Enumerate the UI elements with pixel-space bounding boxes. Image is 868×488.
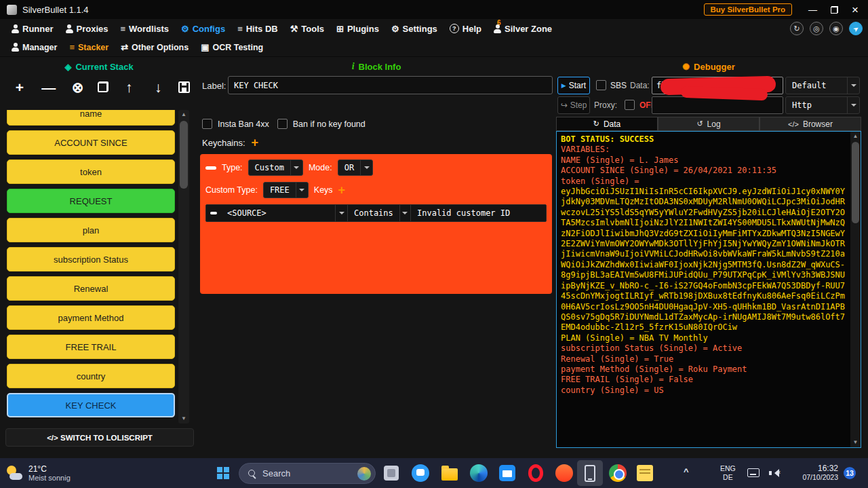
taskbar-search[interactable]: Search: [239, 463, 376, 484]
menu-item-proxies[interactable]: Proxies: [60, 19, 115, 38]
ban-no-key-checkbox[interactable]: [277, 119, 288, 129]
taskbar-app-notes[interactable]: [632, 460, 658, 486]
scroll-down-icon[interactable]: ▼: [178, 414, 189, 424]
history-icon[interactable]: ↻: [790, 22, 804, 35]
clear-stack-icon[interactable]: ⊗: [69, 80, 87, 94]
telegram-icon[interactable]: ➤: [849, 22, 863, 35]
notification-badge[interactable]: 13: [844, 467, 856, 479]
move-down-icon[interactable]: ↓: [149, 80, 167, 94]
menu-item-wordlists[interactable]: ≡Wordlists: [114, 19, 175, 38]
tab-browser[interactable]: </>Browser: [760, 117, 861, 131]
tab-log[interactable]: ↺Log: [658, 117, 760, 131]
menu-item-hits-db[interactable]: ≡Hits DB: [231, 19, 284, 38]
taskbar-app-snip[interactable]: [378, 460, 404, 486]
key-source-dropdown[interactable]: <SOURCE>: [221, 205, 347, 221]
stack-block-name[interactable]: name: [7, 110, 175, 126]
submenu-item-ocr-testing[interactable]: ▣OCR Testing: [195, 38, 269, 56]
device-icon: [585, 465, 595, 482]
remove-block-icon[interactable]: —: [40, 80, 58, 94]
taskbar-app-edge[interactable]: [466, 460, 492, 486]
taskbar-app-opera[interactable]: [523, 460, 549, 486]
submenu-item-other-options[interactable]: ⇄Other Options: [115, 38, 195, 56]
stack-block-renewal[interactable]: Renewal: [7, 276, 175, 301]
touch-keyboard-icon[interactable]: [747, 468, 760, 477]
insta-ban-option: Insta Ban 4xx: [202, 119, 269, 129]
scroll-thumb[interactable]: [180, 121, 188, 189]
taskbar-app-chrome[interactable]: [605, 460, 631, 486]
taskbar-app-active[interactable]: [577, 460, 603, 486]
taskbar-app-explorer[interactable]: [437, 460, 462, 486]
scroll-up-icon[interactable]: ▲: [178, 110, 189, 119]
drag-handle-icon[interactable]: [205, 166, 216, 170]
taskbar-app-chat[interactable]: [408, 460, 433, 486]
duplicate-block-icon[interactable]: [98, 81, 108, 92]
tray-chevron-icon[interactable]: ^: [684, 466, 689, 476]
stack-block-plan[interactable]: plan: [7, 218, 175, 242]
settings-icon: ⚙: [391, 24, 399, 33]
key-drag-cell[interactable]: [206, 212, 221, 214]
restore-icon[interactable]: [831, 6, 838, 14]
scroll-up-icon[interactable]: ▲: [850, 132, 861, 141]
key-row: <SOURCE> Contains: [205, 204, 547, 222]
tab-data[interactable]: ↻Data: [556, 117, 658, 131]
menu-item-settings[interactable]: ⚙Settings: [385, 19, 443, 38]
menu-item-configs[interactable]: ⚙Configs: [175, 19, 231, 38]
sbs-checkbox[interactable]: [596, 80, 606, 90]
menu-item-help[interactable]: ?Help: [443, 19, 488, 38]
stack-block-account-since[interactable]: ACCOUNT SINCE: [7, 130, 175, 155]
taskbar-app-brave[interactable]: [551, 460, 577, 486]
start-button[interactable]: [217, 467, 229, 479]
play-icon: ▶: [561, 82, 566, 89]
record-icon[interactable]: ◉: [829, 22, 843, 35]
language-switcher[interactable]: ENG DE: [720, 464, 736, 482]
proxy-checkbox[interactable]: [625, 100, 635, 110]
minimize-icon[interactable]: —: [808, 5, 817, 15]
add-key-icon[interactable]: +: [338, 184, 346, 196]
sbs-label: SBS: [610, 81, 627, 90]
keychain-type-dropdown[interactable]: Custom: [248, 159, 303, 176]
log-scrollbar[interactable]: ▲ ▼: [850, 132, 861, 447]
add-block-icon[interactable]: +: [11, 80, 28, 94]
start-button[interactable]: ▶Start: [557, 77, 590, 94]
custom-type-dropdown[interactable]: FREE: [263, 182, 309, 198]
switch-to-loliscript-button[interactable]: </> SWITCH TO LOLISCRIPT: [5, 428, 194, 447]
key-comparer-dropdown[interactable]: Contains: [348, 205, 410, 221]
stack-block-payment-method[interactable]: payment Method: [7, 305, 175, 330]
menu-item-plugins[interactable]: ⊞Plugins: [330, 19, 385, 38]
search-icon: [248, 469, 257, 478]
wordlist-type-dropdown[interactable]: Default: [785, 77, 860, 94]
menu-item-tools[interactable]: ⚒Tools: [284, 19, 330, 38]
move-up-icon[interactable]: ↑: [120, 80, 138, 94]
add-keychain-icon[interactable]: +: [252, 136, 259, 149]
taskbar-clock[interactable]: 16:32 07/10/2023: [784, 464, 838, 481]
key-term-input[interactable]: [410, 205, 546, 221]
stack-block-free-trail[interactable]: FREE TRAIL: [7, 335, 175, 359]
buy-pro-button[interactable]: Buy SilverBullet Pro: [704, 3, 793, 16]
step-button[interactable]: ↪Step: [557, 96, 590, 114]
insta-ban-checkbox[interactable]: [202, 119, 212, 129]
submenu-item-manager[interactable]: Manager: [5, 38, 63, 56]
capture-icon[interactable]: ◎: [810, 22, 823, 35]
save-config-icon[interactable]: [178, 81, 190, 93]
menu-item-silver-zone[interactable]: 6Silver Zone: [488, 19, 558, 38]
scroll-down-icon[interactable]: ▼: [850, 438, 861, 447]
proxy-type-dropdown[interactable]: Http: [785, 96, 860, 114]
stack-block-key-check-selected[interactable]: KEY CHECK: [7, 393, 175, 417]
taskbar-app-store[interactable]: [494, 460, 520, 486]
block-label-input[interactable]: [228, 76, 553, 94]
menu-item-runner[interactable]: Runner: [5, 19, 60, 38]
other-options-icon: ⇄: [121, 43, 128, 52]
stack-block-subscription-status[interactable]: subscription Status: [7, 247, 175, 271]
keychain-mode-dropdown[interactable]: OR: [338, 159, 373, 176]
manager-icon: [12, 43, 19, 52]
stack-block-request[interactable]: REQUEST: [7, 189, 175, 213]
stack-block-token[interactable]: token: [7, 159, 175, 184]
stack-scrollbar[interactable]: ▲ ▼: [178, 110, 189, 424]
brave-icon: [555, 464, 573, 482]
stack-block-country[interactable]: country: [7, 364, 175, 388]
data-tab-icon: ↻: [593, 119, 599, 128]
submenu-item-stacker[interactable]: ≡Stacker: [63, 38, 115, 56]
close-icon[interactable]: ×: [852, 6, 859, 14]
scroll-thumb[interactable]: [852, 142, 859, 223]
weather-widget[interactable]: 21°C Meist sonnig: [5, 458, 71, 488]
